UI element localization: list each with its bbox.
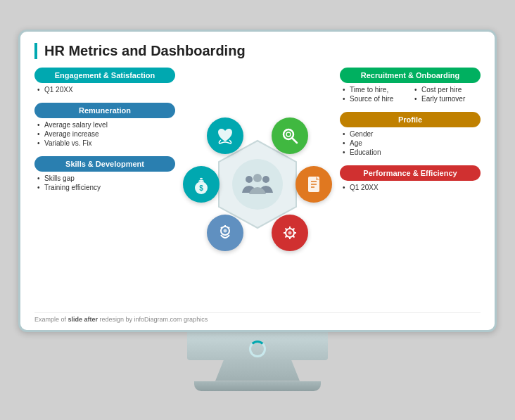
icon-top-right: [272, 117, 308, 154]
engagement-section: Engagement & Satisfaction Q1 20XX: [34, 68, 175, 94]
remuneration-section: Remuneration Average salary level Averag…: [34, 103, 175, 148]
skills-section: Skills & Development Skills gap Training…: [34, 156, 175, 192]
icon-mid-left: $: [183, 166, 220, 203]
svg-line-24: [286, 228, 287, 229]
svg-line-5: [292, 138, 297, 143]
recruitment-bullet-4: Early turnover: [414, 94, 481, 103]
icon-mid-right: [295, 166, 332, 203]
center-diagram: $: [180, 110, 335, 265]
main-area: Engagement & Satisfaction Q1 20XX Remune…: [34, 68, 481, 308]
svg-point-6: [286, 132, 291, 136]
remuneration-bullet-1: Average salary level: [37, 120, 175, 129]
profile-section: Profile Gender Age Education: [340, 112, 481, 157]
recruitment-bullet-3: Cost per hire: [414, 85, 481, 94]
remuneration-label: Remuneration: [34, 103, 175, 118]
svg-point-2: [262, 176, 269, 183]
monitor-wrapper: HR Metrics and Dashboarding Engagement &…: [18, 30, 497, 391]
skills-bullet-2: Training efficiency: [37, 183, 175, 192]
performance-section: Performance & Efficiency Q1 20XX: [340, 165, 481, 192]
remuneration-bullets: Average salary level Average increase Va…: [34, 120, 175, 148]
recruitment-section: Recruitment & Onboarding Time to hire, S…: [340, 68, 481, 103]
svg-point-19: [288, 231, 292, 234]
icon-bot-right: [272, 215, 308, 251]
icon-top-left: [207, 117, 243, 154]
icon-bot-left: [207, 215, 243, 251]
footer: Example of slide after redesign by infoD…: [34, 312, 481, 323]
monitor-screen: HR Metrics and Dashboarding Engagement &…: [18, 30, 497, 332]
skills-bullet-1: Skills gap: [37, 174, 175, 183]
skills-bullets: Skills gap Training efficiency: [34, 174, 175, 192]
slide-content: HR Metrics and Dashboarding Engagement &…: [20, 32, 495, 330]
profile-bullet-2: Age: [343, 139, 481, 148]
skills-label: Skills & Development: [34, 156, 175, 172]
engagement-bullet-1: Q1 20XX: [37, 85, 175, 94]
right-column: Recruitment & Onboarding Time to hire, S…: [340, 68, 481, 308]
left-column: Engagement & Satisfaction Q1 20XX Remune…: [34, 68, 175, 308]
profile-bullets: Gender Age Education: [340, 129, 481, 157]
svg-line-25: [293, 236, 294, 237]
recruitment-bullet-2: Source of hire: [343, 94, 409, 103]
svg-text:$: $: [199, 184, 203, 192]
svg-line-16: [229, 227, 230, 229]
recruitment-bullets-grid: Time to hire, Source of hire Cost per hi…: [340, 85, 481, 103]
svg-line-27: [286, 236, 287, 237]
engagement-label: Engagement & Satisfaction: [34, 68, 175, 83]
performance-bullets: Q1 20XX: [340, 183, 481, 192]
recruitment-bullets-right: Cost per hire Early turnover: [412, 85, 481, 103]
footer-bold: slide after: [68, 316, 98, 323]
profile-bullet-1: Gender: [343, 129, 481, 139]
performance-label: Performance & Efficiency: [340, 165, 481, 181]
svg-point-3: [253, 174, 262, 182]
monitor-base: [194, 381, 321, 391]
monitor-stand: [215, 360, 300, 381]
monitor-spinner: [249, 341, 266, 357]
engagement-bullets: Q1 20XX: [34, 85, 175, 94]
recruitment-bullets-left: Time to hire, Source of hire: [340, 85, 409, 103]
svg-line-17: [221, 227, 222, 229]
hex-container: $: [180, 110, 335, 258]
svg-line-26: [293, 228, 294, 229]
center-icon: [232, 159, 283, 210]
recruitment-label: Recruitment & Onboarding: [340, 68, 481, 83]
monitor-body: [187, 332, 328, 360]
profile-label: Profile: [340, 112, 481, 127]
slide-title: HR Metrics and Dashboarding: [34, 43, 481, 59]
recruitment-bullet-1: Time to hire,: [343, 85, 409, 94]
remuneration-bullet-3: Variable vs. Fix: [37, 139, 175, 148]
svg-point-14: [224, 229, 227, 232]
remuneration-bullet-2: Average increase: [37, 129, 175, 139]
profile-bullet-3: Education: [343, 148, 481, 157]
svg-point-1: [246, 176, 253, 183]
performance-bullet-1: Q1 20XX: [343, 183, 481, 192]
